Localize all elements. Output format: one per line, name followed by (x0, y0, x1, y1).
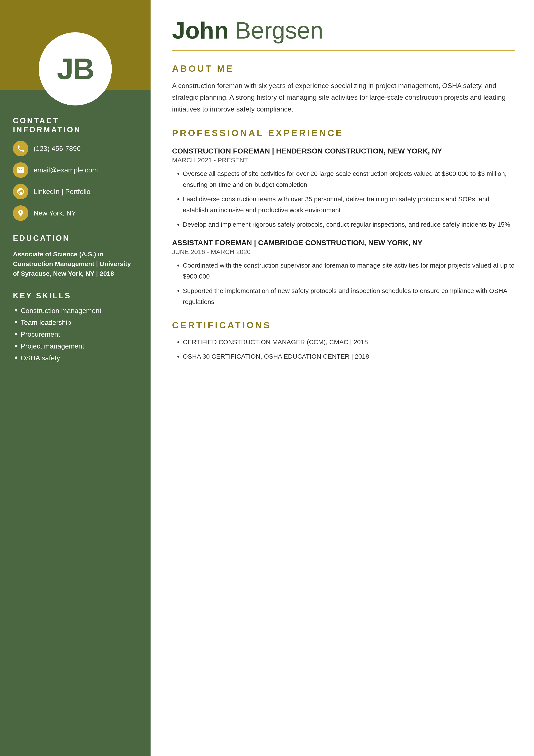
phone-icon (13, 141, 28, 156)
sidebar-content: CONTACT INFORMATION (123) 456-7890 email… (0, 91, 151, 379)
location-icon (13, 205, 28, 221)
resume-document: JB CONTACT INFORMATION (123) 456-7890 (0, 0, 534, 756)
experience-section-title: PROFESSIONAL EXPERIENCE (172, 128, 515, 138)
about-section-title: ABOUT ME (172, 64, 515, 74)
job-1-bullet-3: Develop and implement rigorous safety pr… (183, 219, 515, 230)
education-section-title: EDUCATION (13, 234, 138, 243)
certifications-section-title: CERTIFICATIONS (172, 320, 515, 331)
job-2-bullets: Coordinated with the construction superv… (172, 260, 515, 307)
job-1-title: CONSTRUCTION FOREMAN | HENDERSON CONSTRU… (172, 147, 515, 155)
job-1-dates: MARCH 2021 - PRESENT (172, 156, 515, 164)
cert-2: OSHA 30 CERTIFICATION, OSHA EDUCATION CE… (183, 351, 515, 362)
contact-link: LinkedIn | Portfolio (13, 184, 138, 199)
full-name: John Bergsen (172, 17, 515, 43)
first-name: John (172, 17, 229, 43)
job-2-bullet-2: Supported the implementation of new safe… (183, 285, 515, 307)
contact-location: New York, NY (13, 205, 138, 221)
link-text: LinkedIn | Portfolio (34, 188, 90, 196)
location-text: New York, NY (34, 209, 76, 217)
job-1-bullet-1: Oversee all aspects of site activities f… (183, 168, 515, 190)
avatar-initials: JB (57, 51, 94, 86)
name-section: John Bergsen (172, 17, 515, 51)
contact-phone: (123) 456-7890 (13, 141, 138, 156)
skill-3: Procurement (13, 331, 138, 338)
link-icon (13, 184, 28, 199)
main-content: John Bergsen ABOUT ME A construction for… (151, 0, 534, 756)
skill-4: Project management (13, 342, 138, 350)
last-name: Bergsen (235, 17, 323, 43)
job-2-bullet-1: Coordinated with the construction superv… (183, 260, 515, 282)
certifications-list: CERTIFIED CONSTRUCTION MANAGER (CCM), CM… (172, 337, 515, 362)
education-text: Associate of Science (A.S.) in Construct… (13, 249, 138, 278)
skill-5: OSHA safety (13, 354, 138, 362)
cert-1: CERTIFIED CONSTRUCTION MANAGER (CCM), CM… (183, 337, 515, 347)
sidebar: JB CONTACT INFORMATION (123) 456-7890 (0, 0, 151, 756)
contact-email: email@example.com (13, 162, 138, 178)
job-1-bullets: Oversee all aspects of site activities f… (172, 168, 515, 230)
skills-section-title: KEY SKILLS (13, 291, 138, 300)
skill-1: Construction management (13, 307, 138, 315)
skills-list: Construction management Team leadership … (13, 307, 138, 362)
sidebar-top-gold: JB (0, 0, 151, 91)
phone-text: (123) 456-7890 (34, 145, 81, 153)
contact-section-title: CONTACT INFORMATION (13, 116, 138, 134)
skill-2: Team leadership (13, 319, 138, 327)
email-icon (13, 162, 28, 178)
avatar: JB (39, 32, 112, 105)
job-1-bullet-2: Lead diverse construction teams with ove… (183, 194, 515, 215)
job-2-title: ASSISTANT FOREMAN | CAMBRIDGE CONSTRUCTI… (172, 238, 515, 247)
email-text: email@example.com (34, 166, 98, 174)
job-2-dates: JUNE 2016 - MARCH 2020 (172, 248, 515, 256)
about-text: A construction foreman with six years of… (172, 80, 515, 115)
